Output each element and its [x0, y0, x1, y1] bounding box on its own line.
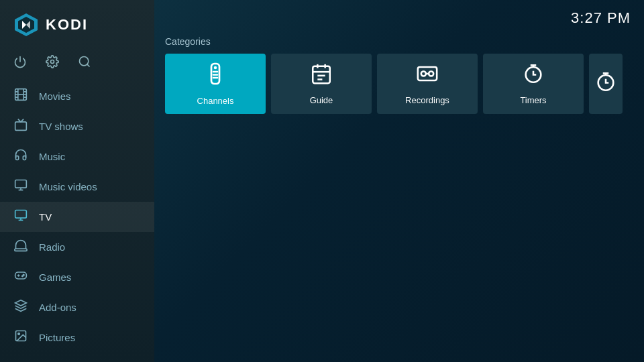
svg-rect-22: [15, 249, 27, 251]
category-card-guide[interactable]: Guide: [271, 54, 372, 114]
settings-button[interactable]: [46, 55, 59, 72]
timers-icon: [522, 62, 545, 90]
sidebar-item-add-ons[interactable]: Add-ons: [0, 292, 154, 322]
main-content: 3:27 PM Categories Channels: [154, 0, 644, 362]
radio-label: Radio: [39, 241, 65, 253]
timers2-icon: [594, 70, 617, 98]
tv-shows-label: TV shows: [39, 121, 83, 132]
sidebar-navigation: Movies TV shows Music M: [0, 81, 154, 362]
category-card-recordings[interactable]: Recordings: [377, 54, 478, 114]
svg-point-26: [23, 274, 24, 276]
category-card-timers2[interactable]: [589, 54, 623, 114]
categories-row: Channels Guide: [154, 54, 644, 114]
sidebar-item-games[interactable]: Games: [0, 262, 154, 292]
svg-point-30: [18, 333, 19, 335]
pictures-label: Pictures: [39, 332, 75, 343]
app-title: KODI: [46, 16, 88, 34]
recordings-icon: [416, 62, 439, 90]
guide-label: Guide: [310, 95, 333, 105]
tv-icon: [13, 208, 28, 225]
svg-point-44: [429, 71, 433, 76]
channels-icon: [203, 62, 227, 90]
recordings-label: Recordings: [405, 95, 449, 105]
svg-line-6: [87, 64, 90, 67]
category-card-channels[interactable]: Channels: [165, 54, 266, 114]
categories-label: Categories: [154, 36, 644, 54]
music-label: Music: [39, 151, 65, 162]
add-ons-label: Add-ons: [39, 302, 76, 313]
time-display: 3:27 PM: [571, 9, 631, 27]
sidebar-item-pictures[interactable]: Pictures: [0, 322, 154, 353]
tv-label: TV: [39, 211, 52, 223]
svg-rect-16: [15, 180, 27, 188]
svg-rect-27: [15, 272, 27, 279]
sidebar: KODI Movies: [0, 0, 154, 362]
kodi-logo-icon: [13, 12, 39, 38]
sidebar-item-radio[interactable]: Radio: [0, 232, 154, 262]
pictures-icon: [13, 329, 28, 346]
games-icon: [13, 269, 28, 286]
radio-icon: [13, 239, 28, 255]
sidebar-item-music[interactable]: Music: [0, 141, 154, 172]
games-label: Games: [39, 272, 71, 283]
search-button[interactable]: [78, 55, 91, 72]
tv-shows-icon: [13, 118, 28, 135]
movies-icon: [13, 88, 28, 105]
svg-point-4: [51, 60, 54, 64]
sidebar-item-tv[interactable]: TV: [0, 202, 154, 232]
music-icon: [13, 148, 28, 165]
svg-rect-19: [15, 210, 27, 219]
sidebar-controls: [0, 50, 154, 81]
timers-label: Timers: [520, 95, 546, 105]
svg-rect-15: [15, 122, 27, 131]
svg-rect-36: [313, 66, 330, 84]
svg-point-43: [421, 71, 426, 76]
sidebar-item-movies[interactable]: Movies: [0, 81, 154, 111]
category-card-timers[interactable]: Timers: [483, 54, 584, 114]
svg-marker-28: [15, 300, 27, 306]
svg-point-5: [80, 57, 89, 66]
top-bar: 3:27 PM: [154, 0, 644, 36]
power-button[interactable]: [13, 55, 27, 72]
sidebar-item-tv-shows[interactable]: TV shows: [0, 111, 154, 141]
sidebar-header: KODI: [0, 0, 154, 50]
movies-label: Movies: [39, 90, 71, 102]
music-videos-label: Music videos: [39, 181, 97, 192]
add-ons-icon: [13, 299, 28, 316]
channels-label: Channels: [197, 96, 234, 106]
sidebar-item-music-videos[interactable]: Music videos: [0, 172, 154, 202]
music-videos-icon: [13, 178, 28, 195]
guide-icon: [310, 62, 333, 90]
